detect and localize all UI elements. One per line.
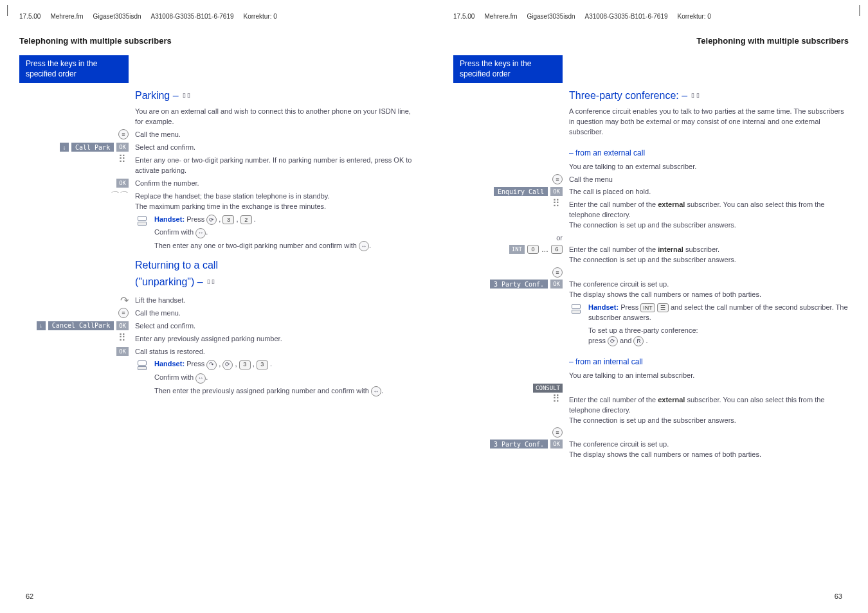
conference-heading: Three-party conference: – ▯ ▯ — [569, 88, 849, 103]
call-restored: Call status is restored. — [135, 346, 415, 359]
menu-enquiry-call: Enquiry Call — [494, 187, 548, 196]
replace-handset: Replace the handset; the base station te… — [135, 190, 415, 213]
from-internal-heading: – from an internal call — [569, 357, 849, 368]
right-content: Press the keys in the specified order Th… — [453, 55, 849, 461]
header-model: Gigaset3035isdn — [93, 13, 141, 20]
base-station-icon — [572, 304, 581, 314]
handset-label: Handset: — [154, 215, 185, 223]
down-arrow-icon: ↓ — [37, 321, 46, 330]
page-number-left: 62 — [26, 592, 33, 600]
page-spread: 17.5.00 Mehrere.fm Gigaset3035isdn A3100… — [0, 0, 868, 613]
base-handset-icons: ▯ ▯ — [207, 278, 215, 286]
header-date: 17.5.00 — [19, 13, 41, 20]
int-label: INT — [509, 245, 525, 254]
enter-park-num: Enter any one- or two-digit parking numb… — [135, 154, 415, 177]
menu-icon: ≡ — [552, 267, 563, 278]
instruction-box: Press the keys in the specified order — [19, 55, 129, 83]
conference-intro: A conference circuit enables you to talk… — [569, 107, 849, 138]
handset-label: Handset: — [154, 360, 185, 368]
lift-handset-icon: ↷ — [120, 294, 129, 306]
header-correction: Korrektur: 0 — [678, 13, 711, 20]
unparking-heading: ("unparking") – ▯ ▯ — [135, 274, 415, 289]
confirm-icon: ↔ — [359, 241, 369, 251]
ok-tag: OK — [550, 187, 563, 196]
base-station-icon — [138, 216, 147, 226]
instruction-box: Press the keys in the specified order — [453, 55, 563, 83]
key-3: 3 — [257, 360, 268, 369]
page-header-right: 17.5.00 Mehrere.fm Gigaset3035isdn A3100… — [453, 13, 849, 20]
ok-tag: OK — [116, 347, 129, 356]
header-date: 17.5.00 — [453, 13, 475, 20]
phonebook-icon: ☰ — [657, 303, 669, 312]
handset-label: Handset: — [588, 303, 619, 311]
confirm-number: Confirm the number. — [135, 177, 415, 190]
talk-icon: ↷ — [206, 360, 217, 370]
handset-block: Handset: Press ↷ , ⟳ , 3 , 3 . Confirm w… — [154, 359, 415, 396]
keypad-icon — [552, 395, 563, 405]
page-header-left: 17.5.00 Mehrere.fm Gigaset3035isdn A3100… — [19, 13, 415, 20]
keypad-icon — [118, 333, 129, 344]
ok-tag: OK — [550, 280, 563, 289]
key-int: INT — [640, 303, 655, 312]
base-handset-icons: ▯ ▯ — [183, 91, 191, 100]
menu-icon: ≡ — [118, 308, 129, 318]
parking-intro: You are on an external call and wish to … — [135, 107, 415, 127]
header-docid: A31008-G3035-B101-6-7619 — [151, 13, 234, 20]
conf-setup-2: The conference circuit is set up. The di… — [569, 438, 849, 461]
key-2: 2 — [240, 215, 252, 224]
header-model: Gigaset3035isdn — [527, 13, 575, 20]
select-confirm: Select and confirm. — [135, 141, 415, 154]
ok-tag: OK — [116, 321, 129, 330]
redial-icon: ⟳ — [206, 215, 217, 225]
keypad-icon — [552, 199, 563, 209]
keypad-icon — [118, 155, 129, 165]
menu-3party-conf: 3 Party Conf. — [490, 280, 548, 289]
menu-call-park: Call Park — [71, 143, 114, 152]
menu-icon: ≡ — [552, 427, 563, 438]
confirm-icon: ↔ — [195, 373, 206, 384]
or-label: or — [556, 234, 563, 242]
confirm-icon: ↔ — [371, 386, 381, 396]
page-number-right: 63 — [835, 592, 842, 600]
menu-icon: ≡ — [118, 129, 129, 139]
ok-tag: OK — [116, 179, 129, 188]
redial-icon: ⟳ — [222, 360, 233, 370]
menu-cancel-callpark: Cancel CallPark — [48, 321, 114, 330]
menu-3party-conf: 3 Party Conf. — [490, 440, 548, 449]
ok-tag: OK — [550, 440, 563, 449]
key-6: 6 — [551, 245, 563, 254]
enter-external: Enter the call number of the external su… — [569, 199, 849, 232]
returning-heading: Returning to a call — [135, 258, 415, 272]
key-0: 0 — [527, 245, 539, 254]
on-hold: The call is placed on hold. — [569, 186, 849, 199]
right-page: 17.5.00 Mehrere.fm Gigaset3035isdn A3100… — [434, 0, 868, 613]
call-menu-text: Call the menu. — [135, 307, 415, 320]
down-arrow-icon: ↓ — [60, 143, 69, 152]
from-external-heading: – from an external call — [569, 148, 849, 159]
r-key-icon: R — [633, 336, 644, 346]
key-3: 3 — [222, 215, 234, 224]
handset-block: Handset: Press ⟳ , 3 , 2 . Confirm with … — [154, 215, 415, 252]
conf-setup: The conference circuit is set up. The di… — [569, 278, 849, 301]
header-file: Mehrere.fm — [50, 13, 83, 20]
base-handset-icons: ▯ ▯ — [691, 91, 700, 100]
menu-icon: ≡ — [552, 174, 563, 184]
consult-label: CONSULT — [533, 384, 563, 393]
confirm-icon: ↔ — [195, 228, 206, 238]
left-content: Press the keys in the specified order Pa… — [19, 55, 415, 398]
enter-external-2: Enter the call number of the external su… — [569, 394, 849, 427]
talking-internal: You are talking to an internal subscribe… — [569, 371, 849, 381]
lift-handset: Lift the handset. — [135, 294, 415, 307]
ok-tag: OK — [116, 143, 129, 152]
enter-prev-num: Enter any previously assigned parking nu… — [135, 333, 415, 346]
hangup-icon: ⌒ — [111, 190, 129, 202]
select-confirm: Select and confirm. — [135, 320, 415, 333]
header-correction: Korrektur: 0 — [244, 13, 277, 20]
handset-block: Handset: Press INT ☰ and select the call… — [588, 303, 849, 346]
base-station-icon — [138, 360, 147, 370]
key-3: 3 — [239, 360, 251, 369]
parking-heading: Parking – ▯ ▯ — [135, 88, 415, 103]
redial-icon: ⟳ — [608, 336, 618, 346]
section-title-left: Telephoning with multiple subscribers — [19, 36, 415, 46]
header-docid: A31008-G3035-B101-6-7619 — [585, 13, 668, 20]
